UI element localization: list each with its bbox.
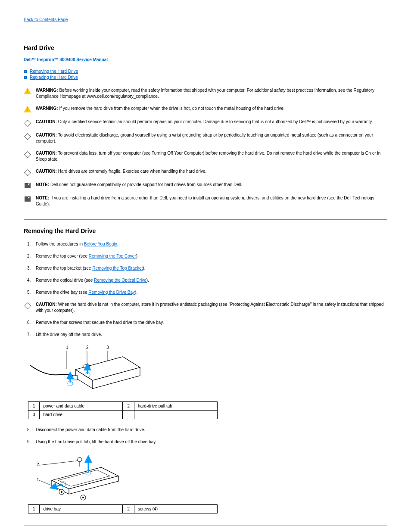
- note-icon: [25, 196, 31, 202]
- caution-technician: CAUTION: Only a certified service techni…: [36, 119, 373, 125]
- toc-replacing-hard-drive[interactable]: Replacing the Hard Drive: [30, 75, 78, 80]
- section-divider: [24, 219, 387, 220]
- step-5: Remove the drive bay (see Removing the D…: [24, 289, 387, 296]
- note-install-os: NOTE: If you are installing a hard drive…: [36, 195, 387, 207]
- link-removing-top-cover[interactable]: Removing the Top Cover: [89, 254, 136, 258]
- svg-point-15: [61, 491, 62, 493]
- caution-icon: [24, 151, 31, 158]
- svg-text:3: 3: [106, 345, 109, 350]
- step-9: Using the hard-drive pull tab, lift the …: [24, 439, 387, 445]
- figure-1: 1 2 3: [28, 344, 387, 400]
- link-before-you-begin[interactable]: Before You Begin: [84, 242, 117, 246]
- svg-text:1: 1: [66, 345, 68, 350]
- section-divider: [24, 526, 387, 526]
- svg-line-13: [39, 460, 80, 465]
- caution-data-loss: CAUTION: To prevent data loss, turn off …: [36, 150, 387, 162]
- svg-text:2: 2: [86, 345, 89, 350]
- note-compatibility: NOTE: Dell does not guarantee compatibil…: [36, 182, 242, 188]
- step-8: Disconnect the power and data cable from…: [24, 427, 387, 433]
- svg-point-18: [78, 457, 82, 462]
- caution-esd: CAUTION: To avoid electrostatic discharg…: [36, 132, 387, 144]
- step-4: Remove the optical drive (see Removing t…: [24, 277, 387, 283]
- warning-icon: [24, 106, 31, 112]
- caution-antistatic: CAUTION: When the hard drive is not in t…: [36, 302, 387, 314]
- warning-hot-drive: WARNING: If you remove the hard drive fr…: [36, 106, 285, 112]
- removing-hard-drive-heading: Removing the Hard Drive: [24, 227, 387, 234]
- svg-text:2: 2: [37, 462, 39, 467]
- caution-icon: [24, 169, 31, 176]
- manual-subtitle: Dell™ Inspiron™ 300/400 Service Manual: [24, 57, 387, 62]
- link-removing-drive-bay[interactable]: Removing the Drive Bay: [88, 290, 135, 295]
- caution-fragile: CAUTION: Hard drives are extremely fragi…: [36, 168, 206, 174]
- svg-text:1: 1: [37, 477, 39, 482]
- parts-table-1: 1power and data cable2hard-drive pull ta…: [28, 401, 218, 419]
- warning-safety: WARNING: Before working inside your comp…: [36, 87, 387, 100]
- step-3: Remove the top bracket (see Removing the…: [24, 265, 387, 271]
- caution-icon: [24, 133, 31, 140]
- svg-point-17: [82, 497, 84, 498]
- page-title: Hard Drive: [24, 44, 387, 51]
- caution-icon: [24, 120, 31, 127]
- link-removing-top-bracket[interactable]: Removing the Top Bracket: [92, 266, 143, 271]
- warning-icon: [24, 88, 31, 94]
- caution-icon: [24, 302, 31, 309]
- parts-table-2: 1drive bay2screws (4): [28, 504, 218, 513]
- step-2: Remove the top cover (see Removing the T…: [24, 253, 387, 259]
- figure-2: 1 2: [28, 451, 387, 503]
- svg-line-11: [39, 480, 52, 485]
- svg-point-6: [84, 364, 90, 368]
- step-6: Remove the four screws that secure the h…: [24, 320, 387, 326]
- back-to-contents-link[interactable]: Back to Contents Page: [24, 17, 68, 22]
- step-1: Follow the procedures in Before You Begi…: [24, 241, 387, 247]
- note-icon: [25, 183, 31, 188]
- link-removing-optical-drive[interactable]: Removing the Optical Drive: [94, 278, 146, 283]
- toc-removing-hard-drive[interactable]: Removing the Hard Drive: [30, 69, 78, 74]
- step-7: Lift the drive bay off the hard drive.: [24, 332, 387, 338]
